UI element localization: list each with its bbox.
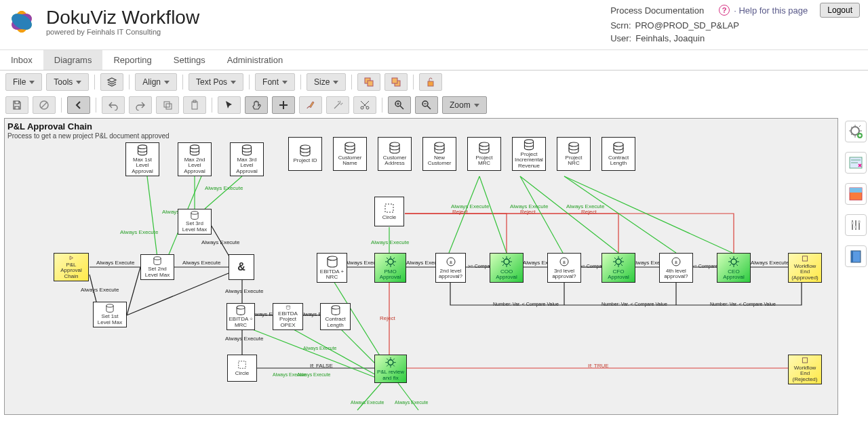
node-contractlen[interactable]: Contract Length: [601, 137, 635, 171]
svg-line-75: [242, 325, 381, 380]
node-custname[interactable]: Customer Name: [333, 137, 367, 171]
svg-point-99: [286, 305, 290, 306]
node-ebitnrc[interactable]: EBITDA + NRC: [317, 253, 347, 283]
svg-point-84: [300, 145, 310, 149]
pointer-tool[interactable]: [218, 96, 241, 114]
node-projnrc[interactable]: Project NRC: [557, 137, 591, 171]
send-back-button[interactable]: [384, 73, 408, 91]
svg-point-91: [614, 142, 623, 146]
pan-tool[interactable]: [245, 96, 268, 114]
svg-text:±: ±: [449, 259, 452, 265]
node-pmo[interactable]: PMO Approval: [374, 253, 406, 283]
node-fix[interactable]: P&L review and fix: [374, 355, 407, 383]
menu-align[interactable]: Align: [135, 73, 177, 91]
node-custaddr[interactable]: Customer Address: [378, 137, 412, 171]
unlock-button[interactable]: [419, 73, 442, 91]
edge-label: Reject: [452, 209, 468, 215]
edge-label: Always Execute: [205, 185, 243, 191]
back-button[interactable]: [67, 96, 90, 114]
menu-font[interactable]: Font: [255, 73, 295, 91]
brush-tool[interactable]: [299, 96, 322, 114]
node-ebitmrc[interactable]: EBITDA ÷ MRC: [226, 303, 255, 330]
svg-text:±: ±: [563, 259, 566, 265]
zoom-menu[interactable]: Zoom: [442, 96, 487, 114]
logout-button[interactable]: Logout: [820, 3, 860, 18]
svg-point-40: [858, 220, 861, 223]
node-set1[interactable]: Set 1st Level Max: [93, 302, 127, 327]
edge-label: Number: Var. < Compare Value: [710, 302, 776, 306]
edge-label: Reject: [520, 209, 536, 215]
tab-settings[interactable]: Settings: [163, 50, 216, 70]
node-max2[interactable]: Max 2nd Level Approval: [178, 142, 212, 176]
bring-front-button[interactable]: [357, 73, 380, 91]
wand-tool[interactable]: [326, 96, 349, 114]
menu-tools[interactable]: Tools: [46, 73, 89, 91]
tab-reporting[interactable]: Reporting: [102, 50, 162, 70]
layers-button[interactable]: [100, 73, 123, 91]
svg-line-44: [127, 267, 140, 315]
svg-point-87: [435, 142, 444, 146]
palette-gear-add[interactable]: [845, 121, 867, 142]
node-projmrc[interactable]: Project MRC: [467, 137, 501, 171]
node-lvl2[interactable]: ±2nd level approval?: [435, 253, 466, 283]
diagram-canvas[interactable]: P&L Approval Chain Process to get a new …: [4, 118, 838, 415]
palette-form[interactable]: [845, 152, 867, 174]
canvas-subtitle: Process to get a new project P&L documen…: [7, 132, 170, 140]
copy-button[interactable]: [156, 96, 179, 114]
node-set3[interactable]: Set 3rd Level Max: [178, 209, 212, 235]
edge-label: Always Execute: [225, 288, 263, 294]
svg-point-86: [390, 142, 399, 146]
palette-sliders[interactable]: [845, 214, 867, 236]
node-end-ok[interactable]: Workflow End (Approved): [788, 253, 822, 283]
edge-label: If: TRUE: [588, 363, 609, 369]
node-coo[interactable]: COO Approval: [490, 253, 524, 283]
cut-tool[interactable]: [353, 96, 376, 114]
scrn-label: Scrn:: [610, 20, 631, 31]
edge-label: Always Execute: [81, 287, 119, 293]
node-lvl3[interactable]: ±3rd level approval?: [547, 253, 581, 283]
tab-diagrams[interactable]: Diagrams: [43, 50, 103, 70]
palette-color[interactable]: [845, 183, 867, 205]
node-and[interactable]: &: [229, 254, 254, 280]
zoom-in-button[interactable]: [388, 96, 411, 114]
menu-size[interactable]: Size: [307, 73, 346, 91]
node-cfo[interactable]: CFO Approval: [601, 253, 635, 283]
node-ceo[interactable]: CEO Approval: [717, 253, 751, 283]
node-lvl4[interactable]: ±4th level approval?: [659, 253, 693, 283]
cancel-button[interactable]: [33, 96, 56, 114]
zoom-out-button[interactable]: [415, 96, 438, 114]
right-palette: [845, 121, 867, 267]
node-end-rej[interactable]: Workflow End (Rejected): [788, 355, 822, 384]
help-link[interactable]: · Help for this page: [734, 5, 808, 16]
node-circle1[interactable]: Circle: [374, 197, 404, 226]
save-button[interactable]: [5, 96, 28, 114]
menu-textpos[interactable]: Text Pos: [189, 73, 243, 91]
user-label: User:: [610, 33, 631, 43]
node-max1[interactable]: Max 1st Level Approval: [125, 142, 159, 176]
paste-button[interactable]: [183, 96, 206, 114]
app-subtitle: powered by Feinhals IT Consulting: [46, 28, 199, 36]
redo-button[interactable]: [129, 96, 152, 114]
tab-inbox[interactable]: Inbox: [0, 50, 43, 70]
node-start[interactable]: P&L Approval Chain: [54, 253, 89, 281]
menu-file[interactable]: File: [5, 73, 42, 91]
add-tool[interactable]: [272, 96, 295, 114]
node-projincrev[interactable]: Project Incremental Revenue: [512, 137, 546, 171]
edge-label: Always Execute: [751, 260, 789, 266]
node-projid[interactable]: Project ID: [288, 137, 322, 171]
node-ebitopex[interactable]: EBITDA Project OPEX: [273, 303, 303, 330]
process-doc-label: Process Documentation: [610, 5, 704, 16]
node-ebitlen[interactable]: Contract Length: [320, 303, 351, 330]
node-circle2[interactable]: Circle: [227, 355, 257, 382]
palette-book[interactable]: [845, 245, 867, 267]
svg-rect-14: [166, 104, 172, 109]
edge-label: Always Execute: [182, 260, 220, 266]
scrn-value: PRO@PROD_SD_P&LAP: [635, 20, 739, 31]
node-set2[interactable]: Set 2nd Level Max: [140, 254, 174, 280]
node-max3[interactable]: Max 3rd Level Approval: [230, 142, 264, 176]
undo-button[interactable]: [102, 96, 125, 114]
tab-administration[interactable]: Administration: [216, 50, 294, 70]
help-icon[interactable]: ?: [719, 5, 730, 16]
node-newcust[interactable]: New Customer: [422, 137, 456, 171]
svg-rect-10: [428, 81, 433, 86]
